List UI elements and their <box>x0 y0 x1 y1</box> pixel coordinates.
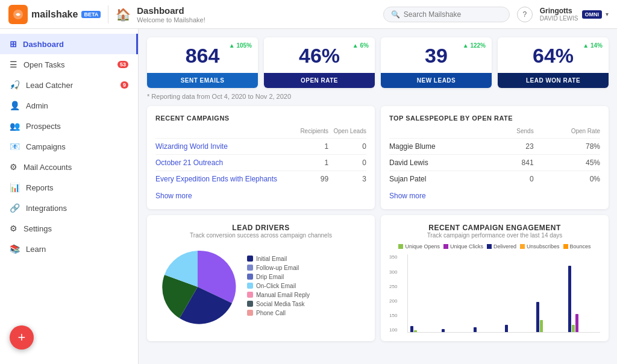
stat-top: ▲ 6% 46% <box>264 37 375 73</box>
legend-item-followup: Follow-up Email <box>247 265 310 271</box>
stat-card-sent-emails: ▲ 105% 864 SENT EMAILS <box>147 37 258 88</box>
logo-area: mailshake BETA <box>8 5 101 24</box>
sidebar-item-open-tasks[interactable]: ☰ Open Tasks 53 <box>0 54 138 75</box>
engagement-subtitle: Track campaign performance over the last… <box>389 232 600 239</box>
sidebar-label-prospects: Prospects <box>26 122 61 131</box>
sidebar-label-settings: Settings <box>23 224 52 233</box>
sidebar-label-integrations: Integrations <box>26 204 67 213</box>
legend-dot-clicks <box>443 244 448 249</box>
help-icon: ? <box>522 10 527 19</box>
open-tasks-icon: ☰ <box>10 60 17 69</box>
stat-card-lead-won: ▲ 14% 64% LEAD WON RATE <box>498 37 609 88</box>
bar-group-2 <box>442 329 471 332</box>
bar-delivered-1 <box>410 326 413 332</box>
breadcrumb-subtitle: Welcome to Mailshake! <box>137 16 205 24</box>
sidebar-item-learn[interactable]: 📚 Learn <box>0 239 138 259</box>
breadcrumb-area: 🏠 Dashboard Welcome to Mailshake! <box>116 5 205 24</box>
sidebar-item-settings[interactable]: ⚙ Settings <box>0 218 138 239</box>
search-icon: 🔍 <box>391 10 400 19</box>
lead-drivers-card: LEAD DRIVERS Track conversion success ac… <box>147 215 375 341</box>
legend-item-phone: Phone Call <box>247 310 310 316</box>
bar-delivered-2 <box>442 329 445 332</box>
col-salesperson-name <box>389 128 495 139</box>
settings-icon: ⚙ <box>10 224 17 233</box>
col-recipients: Recipients <box>296 128 328 139</box>
learn-icon: 📚 <box>10 244 20 254</box>
header: mailshake BETA 🏠 Dashboard Welcome to Ma… <box>0 0 617 29</box>
campaign-link-2[interactable]: October 21 Outreach <box>155 158 223 167</box>
stat-label-open[interactable]: OPEN RATE <box>264 73 375 88</box>
stat-percent-won: ▲ 14% <box>583 42 603 49</box>
legend-dot-unsub <box>520 244 525 249</box>
recent-campaigns-card: RECENT CAMPAIGNS Recipients Open Leads W… <box>147 106 375 209</box>
stat-percent-leads: ▲ 122% <box>463 42 486 49</box>
lead-catcher-badge: 9 <box>121 81 128 89</box>
salespeople-table: Sends Open Rate Maggie Blume 23 78% Davi… <box>389 128 600 187</box>
campaign-row-2: October 21 Outreach 1 0 <box>155 155 366 171</box>
sidebar-item-admin[interactable]: 👤 Admin <box>0 95 138 116</box>
search-input[interactable] <box>404 10 502 19</box>
vertical-divider <box>108 5 108 24</box>
admin-icon: 👤 <box>10 101 20 110</box>
lead-catcher-icon: 🎣 <box>10 80 20 90</box>
campaign-link-1[interactable]: Wizarding World Invite <box>155 142 228 151</box>
salesperson-name-3: Sujan Patel <box>389 171 495 187</box>
col-open-leads: Open Leads <box>328 128 366 139</box>
sidebar-item-reports[interactable]: 📊 Reports <box>0 177 138 198</box>
stat-percent-sent: ▲ 105% <box>229 42 252 49</box>
col-open-rate: Open Rate <box>534 128 600 139</box>
fab-button[interactable]: + <box>10 325 34 350</box>
col-campaign-name <box>155 128 296 139</box>
sidebar-label-campaigns: Campaigns <box>26 142 66 151</box>
help-button[interactable]: ? <box>517 7 533 22</box>
campaign-recipients-1: 1 <box>296 139 328 155</box>
stat-percent-open: ▲ 6% <box>352 42 369 49</box>
bar-chart-wrapper: 350 300 250 200 150 100 <box>389 254 600 333</box>
salesperson-sends-1: 23 <box>495 139 534 155</box>
legend-dot-delivered <box>487 244 492 249</box>
salesperson-name-2: David Lewis <box>389 155 495 171</box>
bar-opens-6 <box>572 325 575 332</box>
legend-item-manual: Manual Email Reply <box>247 292 310 298</box>
stat-card-open-rate: ▲ 6% 46% OPEN RATE <box>264 37 375 88</box>
salesperson-name-1: Maggie Blume <box>389 139 495 155</box>
col-sends: Sends <box>495 128 534 139</box>
sidebar-item-dashboard[interactable]: ⊞ Dashboard <box>0 34 138 54</box>
logo-text: mailshake <box>31 9 78 20</box>
campaign-recipients-2: 1 <box>296 155 328 171</box>
top-salespeople-card: TOP SALESPEOPLE BY OPEN RATE Sends Open … <box>381 106 609 209</box>
stat-top: ▲ 14% 64% <box>498 37 609 73</box>
legend-dot-phone <box>247 310 253 316</box>
stat-label-leads[interactable]: NEW LEADS <box>381 73 492 88</box>
sidebar-label-open-tasks: Open Tasks <box>23 60 64 69</box>
sidebar-item-prospects[interactable]: 👥 Prospects <box>0 116 138 136</box>
bar-delivered-5 <box>536 302 539 332</box>
stat-label-won[interactable]: LEAD WON RATE <box>498 73 609 88</box>
user-name: Gringotts <box>540 7 578 15</box>
recent-campaigns-title: RECENT CAMPAIGNS <box>155 115 366 122</box>
reporting-note: * Reporting data from Oct 4, 2020 to Nov… <box>147 93 609 100</box>
salesperson-rate-2: 45% <box>534 155 600 171</box>
content-area: ▲ 105% 864 SENT EMAILS ▲ 6% 46% OPEN RAT… <box>139 29 617 364</box>
campaigns-show-more[interactable]: Show more <box>155 192 192 200</box>
user-area[interactable]: Gringotts DAVID LEWIS OMNI ▾ <box>540 7 609 22</box>
prospects-icon: 👥 <box>10 121 20 131</box>
sidebar-item-lead-catcher[interactable]: 🎣 Lead Catcher 9 <box>0 75 138 95</box>
stat-label-sent[interactable]: SENT EMAILS <box>147 73 258 88</box>
engagement-legend: Unique Opens Unique Clicks Delivered Uns… <box>389 243 600 249</box>
campaign-link-3[interactable]: Every Expedition Ends with Elephants <box>155 175 277 183</box>
stat-card-new-leads: ▲ 122% 39 NEW LEADS <box>381 37 492 88</box>
sidebar-item-campaigns[interactable]: 📧 Campaigns <box>0 136 138 157</box>
recent-engagement-card: RECENT CAMPAIGN ENGAGEMENT Track campaig… <box>381 215 609 341</box>
legend-dot-followup <box>247 265 253 271</box>
legend-item-drip: Drip Email <box>247 274 310 280</box>
legend-dot-manual <box>247 292 253 298</box>
search-bar[interactable]: 🔍 <box>383 7 510 22</box>
salespeople-show-more[interactable]: Show more <box>389 192 426 200</box>
sidebar-item-integrations[interactable]: 🔗 Integrations <box>0 198 138 218</box>
pie-chart-area: Initial Email Follow-up Email Drip Email <box>155 245 366 329</box>
salesperson-row-3: Sujan Patel 0 0% <box>389 171 600 187</box>
sidebar-item-mail-accounts[interactable]: ⚙ Mail Accounts <box>0 157 138 177</box>
breadcrumb-title: Dashboard <box>137 5 205 16</box>
sidebar-label-lead-catcher: Lead Catcher <box>26 81 73 90</box>
